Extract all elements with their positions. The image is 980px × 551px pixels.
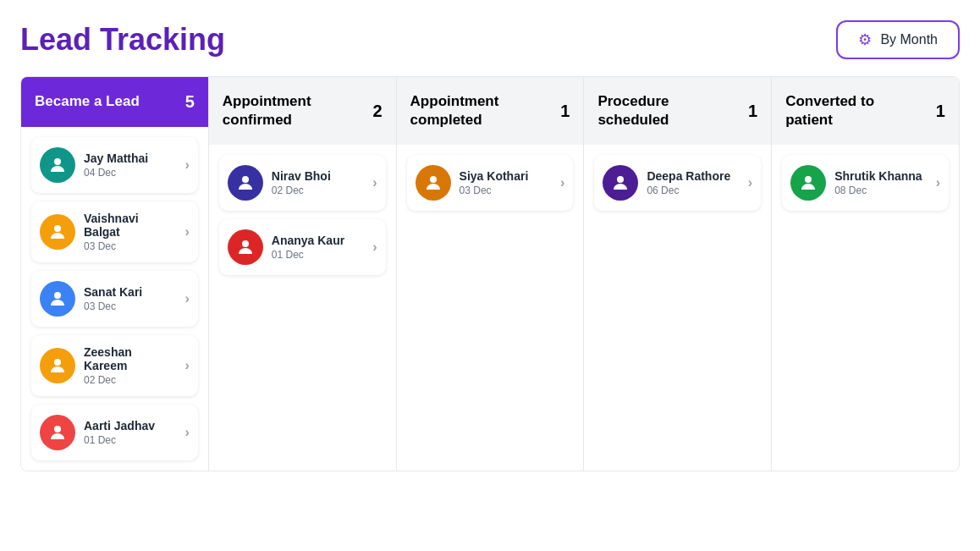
- lead-card[interactable]: Vaishnavi Balgat03 Dec›: [31, 201, 198, 262]
- column-title: Procedure scheduled: [597, 92, 737, 129]
- chevron-right-icon: ›: [372, 175, 377, 190]
- column-title: Became a Lead: [35, 92, 140, 111]
- chevron-right-icon: ›: [184, 358, 189, 373]
- lead-card[interactable]: Aarti Jadhav01 Dec›: [31, 405, 198, 460]
- lead-date: 03 Dec: [460, 185, 552, 196]
- lead-date: 03 Dec: [84, 240, 176, 252]
- column-count: 1: [549, 102, 570, 121]
- lead-name: Nirav Bhoi: [272, 169, 364, 183]
- lead-name: Shrutik Khanna: [834, 169, 927, 183]
- avatar: [40, 147, 75, 183]
- column-header-converted-to-patient: Converted to patient1: [772, 77, 959, 145]
- column-body-appointment-completed: Siya Kothari03 Dec›: [397, 145, 584, 471]
- avatar: [790, 165, 826, 201]
- chevron-right-icon: ›: [184, 291, 189, 306]
- column-count: 1: [925, 102, 945, 121]
- kanban-board: Became a Lead5Jay Matthai04 Dec›Vaishnav…: [20, 76, 960, 471]
- lead-date: 02 Dec: [84, 374, 176, 386]
- avatar: [228, 165, 263, 201]
- avatar: [40, 348, 75, 383]
- lead-info: Sanat Kari03 Dec: [84, 285, 176, 312]
- column-title: Appointment confirmed: [223, 92, 362, 129]
- avatar: [228, 229, 263, 265]
- column-title: Converted to patient: [785, 92, 925, 129]
- avatar: [416, 165, 451, 201]
- lead-info: Jay Matthai04 Dec: [84, 152, 176, 179]
- svg-point-4: [54, 426, 61, 433]
- column-became-lead: Became a Lead5Jay Matthai04 Dec›Vaishnav…: [21, 77, 209, 471]
- lead-info: Deepa Rathore06 Dec: [647, 169, 739, 196]
- chevron-right-icon: ›: [372, 240, 377, 255]
- column-header-appointment-confirmed: Appointment confirmed2: [209, 77, 396, 145]
- lead-date: 03 Dec: [84, 300, 176, 312]
- column-header-procedure-scheduled: Procedure scheduled1: [584, 77, 771, 145]
- lead-info: Zeeshan Kareem02 Dec: [84, 345, 176, 386]
- lead-card[interactable]: Jay Matthai04 Dec›: [31, 137, 198, 193]
- column-header-became-lead: Became a Lead5: [21, 77, 208, 127]
- column-converted-to-patient: Converted to patient1Shrutik Khanna08 De…: [772, 77, 959, 471]
- page-header: Lead Tracking ⚙ By Month: [20, 20, 960, 59]
- lead-card[interactable]: Nirav Bhoi02 Dec›: [219, 155, 386, 211]
- lead-name: Deepa Rathore: [647, 169, 739, 183]
- svg-point-0: [54, 158, 61, 165]
- lead-card[interactable]: Deepa Rathore06 Dec›: [594, 155, 761, 211]
- lead-name: Jay Matthai: [84, 152, 176, 165]
- lead-name: Ananya Kaur: [272, 234, 364, 247]
- lead-info: Nirav Bhoi02 Dec: [272, 169, 364, 196]
- chevron-right-icon: ›: [936, 175, 940, 190]
- column-procedure-scheduled: Procedure scheduled1Deepa Rathore06 Dec›: [584, 77, 772, 471]
- column-appointment-confirmed: Appointment confirmed2Nirav Bhoi02 Dec›A…: [209, 77, 397, 471]
- svg-point-9: [805, 176, 812, 183]
- lead-card[interactable]: Shrutik Khanna08 Dec›: [782, 155, 949, 211]
- svg-point-2: [54, 292, 61, 299]
- filter-label: By Month: [880, 32, 938, 47]
- lead-name: Vaishnavi Balgat: [84, 212, 176, 239]
- column-body-became-lead: Jay Matthai04 Dec›Vaishnavi Balgat03 Dec…: [21, 127, 208, 471]
- avatar: [603, 165, 638, 201]
- svg-point-5: [242, 176, 249, 183]
- filter-button[interactable]: ⚙ By Month: [836, 20, 960, 59]
- avatar: [40, 281, 75, 317]
- chevron-right-icon: ›: [560, 175, 564, 190]
- column-header-appointment-completed: Appointment completed1: [397, 77, 584, 145]
- column-body-procedure-scheduled: Deepa Rathore06 Dec›: [584, 145, 771, 471]
- chevron-right-icon: ›: [184, 157, 189, 173]
- lead-date: 01 Dec: [84, 434, 176, 446]
- svg-point-7: [430, 176, 437, 183]
- column-body-converted-to-patient: Shrutik Khanna08 Dec›: [772, 145, 959, 471]
- lead-name: Aarti Jadhav: [84, 419, 176, 433]
- avatar: [40, 214, 75, 250]
- lead-card[interactable]: Zeeshan Kareem02 Dec›: [31, 335, 198, 396]
- lead-date: 04 Dec: [84, 167, 176, 179]
- column-count: 1: [737, 102, 757, 121]
- avatar: [40, 415, 75, 450]
- lead-name: Sanat Kari: [84, 285, 176, 299]
- page-title: Lead Tracking: [20, 22, 225, 58]
- column-body-appointment-confirmed: Nirav Bhoi02 Dec›Ananya Kaur01 Dec›: [209, 145, 396, 471]
- chevron-right-icon: ›: [748, 175, 752, 190]
- column-title: Appointment completed: [410, 92, 550, 129]
- column-appointment-completed: Appointment completed1Siya Kothari03 Dec…: [397, 77, 585, 471]
- lead-card[interactable]: Ananya Kaur01 Dec›: [219, 219, 386, 275]
- chevron-right-icon: ›: [184, 425, 189, 440]
- column-count: 5: [174, 92, 195, 112]
- lead-date: 01 Dec: [272, 249, 364, 261]
- lead-card[interactable]: Sanat Kari03 Dec›: [31, 271, 198, 327]
- column-count: 2: [362, 102, 383, 121]
- filter-icon: ⚙: [858, 30, 872, 49]
- chevron-right-icon: ›: [184, 224, 189, 240]
- lead-info: Ananya Kaur01 Dec: [272, 234, 364, 261]
- lead-date: 02 Dec: [272, 185, 364, 196]
- svg-point-6: [242, 240, 249, 247]
- svg-point-3: [54, 359, 61, 366]
- lead-date: 06 Dec: [647, 185, 739, 196]
- lead-date: 08 Dec: [834, 185, 927, 196]
- svg-point-8: [617, 176, 624, 183]
- lead-name: Siya Kothari: [460, 169, 552, 183]
- lead-info: Vaishnavi Balgat03 Dec: [84, 212, 176, 252]
- lead-info: Shrutik Khanna08 Dec: [834, 169, 927, 196]
- lead-card[interactable]: Siya Kothari03 Dec›: [407, 155, 574, 211]
- lead-info: Aarti Jadhav01 Dec: [84, 419, 176, 446]
- svg-point-1: [54, 225, 61, 232]
- lead-info: Siya Kothari03 Dec: [460, 169, 552, 196]
